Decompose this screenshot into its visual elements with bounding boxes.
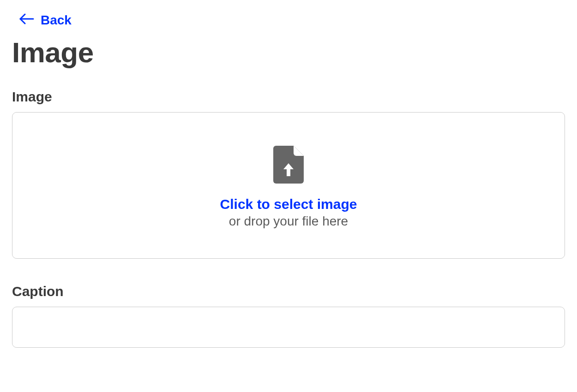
page-title: Image — [12, 36, 565, 69]
back-button[interactable]: Back — [19, 13, 72, 28]
caption-input[interactable] — [12, 307, 565, 348]
caption-field-group: Caption — [12, 284, 565, 348]
image-field-label: Image — [12, 89, 565, 105]
dropzone-click-text: Click to select image — [220, 196, 357, 212]
arrow-left-icon — [19, 13, 34, 28]
image-field-group: Image Click to select image or drop your… — [12, 89, 565, 259]
file-upload-icon — [273, 146, 304, 184]
image-dropzone[interactable]: Click to select image or drop your file … — [12, 112, 565, 259]
dropzone-drop-text: or drop your file here — [229, 214, 348, 229]
back-label: Back — [41, 13, 72, 28]
caption-field-label: Caption — [12, 284, 565, 299]
